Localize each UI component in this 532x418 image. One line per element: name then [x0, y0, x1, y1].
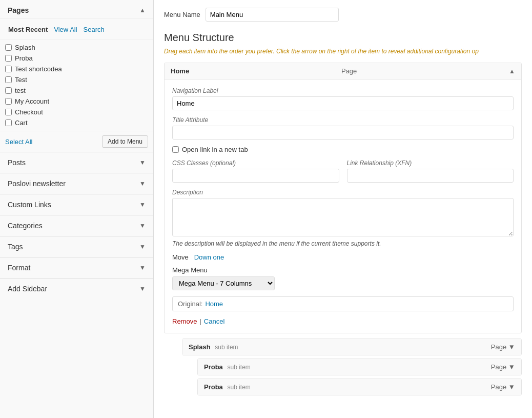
css-xfn-row: CSS Classes (optional) Link Relationship…: [172, 160, 514, 183]
sub-item-proba-1-title: Proba: [204, 363, 223, 371]
main-content: Menu Name Menu Structure Drag each item …: [154, 0, 532, 418]
description-textarea[interactable]: [172, 198, 514, 236]
accordion-custom-links: Custom Links ▼: [0, 194, 153, 215]
menu-item-home-toggle[interactable]: ▲: [509, 68, 515, 75]
select-all-link[interactable]: Select All: [5, 138, 32, 146]
sub-item-splash-header: Splash sub item Page ▼: [182, 339, 521, 355]
title-attr-input[interactable]: [172, 126, 514, 140]
page-checkbox-test-shortcodea[interactable]: [5, 66, 12, 72]
accordion-label-poslovi: Poslovi newsletter: [8, 180, 66, 188]
sub-item-proba-2-title: Proba: [204, 383, 223, 391]
sub-item-proba-2-header: Proba sub item Page ▼: [198, 379, 521, 395]
sub-item-splash-info: Splash sub item: [189, 343, 238, 351]
menu-name-label: Menu Name: [164, 11, 200, 18]
menu-name-input[interactable]: [206, 8, 339, 22]
move-label: Move: [172, 253, 189, 261]
tab-search[interactable]: Search: [80, 24, 108, 35]
accordion-header-poslovi[interactable]: Poslovi newsletter ▼: [0, 173, 153, 194]
page-checkbox-my-account[interactable]: [5, 98, 12, 105]
accordion-header-posts[interactable]: Posts ▼: [0, 152, 153, 173]
menu-name-row: Menu Name: [164, 8, 522, 22]
drag-hint: Drag each item into the order you prefer…: [164, 48, 522, 55]
sub-item-proba-2-label: sub item: [227, 384, 250, 391]
page-checkbox-test-lower[interactable]: [5, 87, 12, 94]
sub-item-proba-1-toggle[interactable]: ▼: [508, 363, 515, 371]
mega-menu-select[interactable]: Mega Menu - 7 Columns Mega Menu - 6 Colu…: [172, 276, 275, 290]
sub-item-proba-1-label: sub item: [227, 364, 250, 371]
nav-label-row: Navigation Label: [172, 87, 514, 110]
menu-item-home-body: Navigation Label Title Attribute Open li…: [165, 79, 521, 333]
sidebar-collapse-button[interactable]: ▲: [139, 7, 146, 14]
accordion-tags: Tags ▼: [0, 236, 153, 257]
page-checkbox-test[interactable]: [5, 76, 12, 83]
page-label-proba[interactable]: Proba: [15, 54, 33, 62]
page-checkbox-splash[interactable]: [5, 44, 12, 51]
accordion-header-custom-links[interactable]: Custom Links ▼: [0, 194, 153, 215]
accordion-header-add-sidebar[interactable]: Add Sidebar ▼: [0, 278, 153, 299]
add-to-menu-button[interactable]: Add to Menu: [102, 135, 148, 148]
chevron-down-icon: ▼: [139, 222, 146, 229]
accordion-label-add-sidebar: Add Sidebar: [8, 285, 47, 293]
css-classes-field: CSS Classes (optional): [172, 160, 339, 183]
page-checkbox-proba[interactable]: [5, 55, 12, 62]
pages-list: Splash Proba Test shortcodea Test test: [0, 39, 153, 131]
chevron-down-icon: ▼: [139, 201, 146, 208]
accordion-header-format[interactable]: Format ▼: [0, 257, 153, 278]
sub-item-proba-1-type: Page: [491, 363, 506, 371]
open-new-tab-row: Open link in a new tab: [172, 146, 514, 153]
link-relationship-input[interactable]: [347, 169, 514, 183]
accordion-header-tags[interactable]: Tags ▼: [0, 236, 153, 257]
menu-item-home: Home Page ▲ Navigation Label Title Attri…: [164, 63, 522, 333]
sub-item-proba-1-header: Proba sub item Page ▼: [198, 359, 521, 375]
title-attr-label: Title Attribute: [172, 116, 514, 124]
page-label-my-account[interactable]: My Account: [15, 97, 49, 105]
chevron-down-icon: ▼: [139, 243, 146, 250]
tab-view-all[interactable]: View All: [51, 24, 80, 35]
list-item: Test: [5, 74, 151, 85]
page-label-test-shortcodea[interactable]: Test shortcodea: [15, 65, 62, 73]
remove-link[interactable]: Remove: [172, 317, 197, 325]
sub-item-splash-label: sub item: [215, 344, 238, 351]
open-new-tab-checkbox[interactable]: [172, 146, 179, 153]
menu-item-home-type: Page: [341, 67, 357, 75]
page-label-checkout[interactable]: Checkout: [15, 108, 43, 116]
css-classes-input[interactable]: [172, 169, 339, 183]
sub-item-proba-2-right: Page ▼: [491, 383, 515, 391]
accordion-header-categories[interactable]: Categories ▼: [0, 215, 153, 236]
description-label: Description: [172, 189, 514, 196]
page-label-splash[interactable]: Splash: [15, 44, 35, 51]
description-row: Description The description will be disp…: [172, 189, 514, 247]
sub-item-proba-2-toggle[interactable]: ▼: [508, 383, 515, 391]
pages-section: Most Recent View All Search Splash Proba…: [0, 19, 153, 152]
page-checkbox-cart[interactable]: [5, 120, 12, 126]
sub-item-proba-2-info: Proba sub item: [204, 383, 251, 391]
list-item: My Account: [5, 96, 151, 107]
menu-structure-title: Menu Structure: [164, 32, 522, 44]
cancel-link[interactable]: Cancel: [204, 317, 224, 325]
sub-item-splash-type: Page: [491, 343, 506, 351]
page-label-test[interactable]: Test: [15, 76, 27, 84]
list-item: Cart: [5, 117, 151, 128]
sidebar: Pages ▲ Most Recent View All Search Spla…: [0, 0, 154, 418]
page-label-test-lower[interactable]: test: [15, 87, 26, 94]
chevron-down-icon: ▼: [139, 159, 146, 166]
page-checkbox-checkout[interactable]: [5, 109, 12, 115]
tab-most-recent[interactable]: Most Recent: [5, 24, 51, 35]
pages-tabs: Most Recent View All Search: [0, 24, 153, 39]
accordion-add-sidebar: Add Sidebar ▼: [0, 278, 153, 299]
page-label-cart[interactable]: Cart: [15, 119, 28, 127]
sub-item-proba-2-type: Page: [491, 383, 506, 391]
sub-item-proba-1: Proba sub item Page ▼: [197, 359, 522, 375]
sub-item-proba-1-info: Proba sub item: [204, 363, 251, 371]
move-down-one-link[interactable]: Down one: [194, 253, 224, 261]
sub-item-splash: Splash sub item Page ▼: [182, 339, 522, 355]
accordion-label-categories: Categories: [8, 222, 43, 230]
accordion-label-format: Format: [8, 264, 30, 272]
original-link[interactable]: Home: [205, 300, 223, 308]
open-new-tab-label[interactable]: Open link in a new tab: [182, 146, 248, 153]
sub-item-splash-toggle[interactable]: ▼: [508, 343, 515, 351]
list-item: Splash: [5, 42, 151, 53]
nav-label-input[interactable]: [172, 96, 514, 110]
sub-item-proba-2: Proba sub item Page ▼: [197, 379, 522, 395]
accordion-label-custom-links: Custom Links: [8, 201, 51, 209]
